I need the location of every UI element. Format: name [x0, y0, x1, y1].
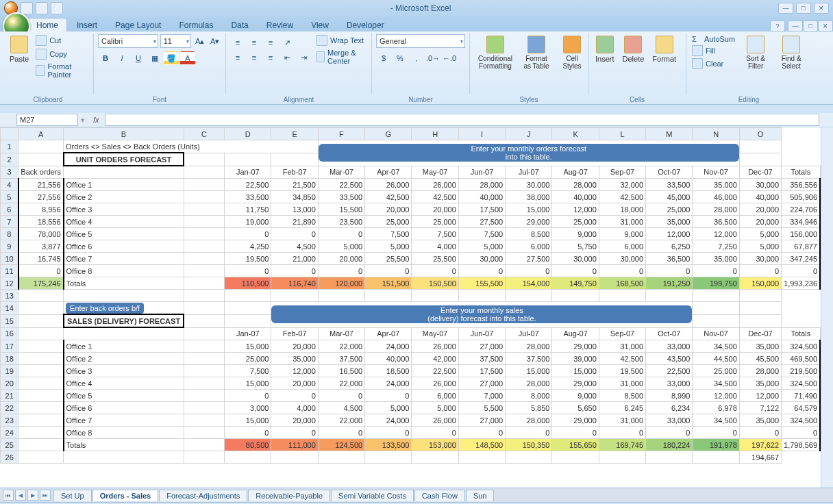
- tab-formulas[interactable]: Formulas: [171, 18, 221, 32]
- cell[interactable]: 35,000: [739, 340, 781, 353]
- cell[interactable]: 24,000: [365, 377, 412, 390]
- cell[interactable]: [184, 451, 224, 464]
- cell[interactable]: 0: [365, 265, 412, 277]
- cell[interactable]: [184, 179, 224, 191]
- cell[interactable]: 18,000: [599, 203, 645, 216]
- cell[interactable]: 0: [225, 265, 271, 277]
- cell[interactable]: 28,000: [693, 203, 739, 216]
- cell[interactable]: [184, 377, 224, 390]
- cell[interactable]: May-07: [412, 166, 458, 179]
- cell[interactable]: 20,000: [271, 340, 318, 353]
- tab-review[interactable]: Review: [258, 18, 301, 32]
- cell[interactable]: 149,750: [552, 277, 599, 290]
- cell[interactable]: 27,000: [458, 340, 505, 353]
- cell[interactable]: 8,956: [18, 203, 64, 216]
- cell[interactable]: 40,000: [739, 191, 781, 203]
- tab-view[interactable]: View: [303, 18, 337, 32]
- cell[interactable]: [506, 451, 552, 464]
- cell[interactable]: Office 1: [64, 179, 184, 191]
- cell[interactable]: Feb-07: [271, 166, 318, 179]
- col-header[interactable]: B: [64, 128, 184, 140]
- cell[interactable]: 4,000: [271, 402, 318, 414]
- cell[interactable]: 19,000: [225, 216, 271, 228]
- cell[interactable]: 5,750: [552, 240, 599, 253]
- border-button[interactable]: ▦: [147, 51, 162, 65]
- cell[interactable]: [552, 290, 599, 302]
- formula-bar[interactable]: [105, 114, 819, 126]
- cell[interactable]: 19,500: [225, 253, 271, 265]
- cell[interactable]: 34,500: [693, 340, 739, 353]
- cell[interactable]: 29,000: [552, 340, 599, 353]
- cell[interactable]: 28,000: [552, 179, 599, 191]
- row-header[interactable]: 25: [1, 439, 18, 451]
- cell[interactable]: 35,000: [739, 414, 781, 427]
- cell[interactable]: 17,500: [458, 203, 505, 216]
- cell[interactable]: 30,000: [599, 253, 645, 265]
- cell[interactable]: 0: [646, 265, 693, 277]
- font-name-combo[interactable]: Calibri: [98, 34, 158, 48]
- percent-button[interactable]: %: [393, 51, 408, 65]
- cell[interactable]: Office 1: [64, 340, 184, 353]
- increase-decimal-button[interactable]: .0→: [425, 51, 440, 65]
- find-select-button[interactable]: Find & Select: [775, 34, 808, 71]
- cell[interactable]: [18, 340, 64, 353]
- cell[interactable]: 22,000: [318, 340, 364, 353]
- cell[interactable]: 33,500: [318, 191, 364, 203]
- tab-data[interactable]: Data: [223, 18, 256, 32]
- cell[interactable]: 28,000: [739, 365, 781, 377]
- tab-page-layout[interactable]: Page Layout: [107, 18, 169, 32]
- cell[interactable]: Office 6: [64, 240, 184, 253]
- cell[interactable]: [184, 390, 224, 402]
- cell[interactable]: Aug-07: [552, 327, 599, 340]
- row-header[interactable]: 12: [1, 277, 18, 290]
- cell[interactable]: 1,993,236: [782, 277, 820, 290]
- cell[interactable]: 1,798,569: [782, 439, 820, 451]
- cell[interactable]: Office 5: [64, 390, 184, 402]
- fill-button[interactable]: Fill: [691, 45, 736, 57]
- cell[interactable]: 0: [506, 265, 552, 277]
- cell[interactable]: 5,500: [458, 402, 505, 414]
- cell[interactable]: 150,350: [506, 439, 552, 451]
- cell[interactable]: 111,000: [271, 439, 318, 451]
- cell[interactable]: 0: [693, 265, 739, 277]
- cell[interactable]: 28,000: [506, 414, 552, 427]
- row-header[interactable]: 21: [1, 390, 18, 402]
- tab-insert[interactable]: Insert: [69, 18, 105, 32]
- cell[interactable]: 15,000: [506, 365, 552, 377]
- cell[interactable]: 36,500: [693, 216, 739, 228]
- col-header[interactable]: F: [318, 128, 364, 140]
- align-left-button[interactable]: ≡: [230, 51, 245, 64]
- cell[interactable]: 15,500: [318, 203, 364, 216]
- row-header[interactable]: 24: [1, 427, 18, 439]
- tab-nav-first-icon[interactable]: ⏮: [3, 490, 14, 501]
- col-header[interactable]: N: [693, 128, 739, 140]
- cell[interactable]: Apr-07: [365, 327, 412, 340]
- currency-button[interactable]: $: [376, 51, 391, 65]
- delete-cells-button[interactable]: Delete: [620, 34, 647, 64]
- qat-redo-icon[interactable]: [51, 2, 63, 14]
- cell[interactable]: [18, 414, 64, 427]
- close-button[interactable]: ✕: [814, 3, 829, 14]
- cell[interactable]: [225, 451, 271, 464]
- cell[interactable]: Enter your monthly sales(delivery) forec…: [271, 302, 693, 328]
- cell[interactable]: 3,877: [18, 240, 64, 253]
- cell[interactable]: [318, 451, 364, 464]
- cell[interactable]: 155,500: [458, 277, 505, 290]
- cell[interactable]: 23,500: [318, 216, 364, 228]
- cell[interactable]: 31,000: [599, 414, 645, 427]
- cell[interactable]: 30,000: [458, 253, 505, 265]
- cell[interactable]: [184, 427, 224, 439]
- cell[interactable]: May-07: [412, 327, 458, 340]
- cell[interactable]: 26,000: [412, 179, 458, 191]
- cell-styles-button[interactable]: Cell Styles: [556, 34, 588, 71]
- cell[interactable]: [18, 314, 64, 327]
- cell[interactable]: [552, 451, 599, 464]
- cell[interactable]: 15,000: [552, 365, 599, 377]
- align-center-button[interactable]: ≡: [247, 51, 262, 64]
- cell[interactable]: 36,500: [646, 253, 693, 265]
- cell[interactable]: [646, 451, 693, 464]
- cell[interactable]: [184, 340, 224, 353]
- cell[interactable]: Orders <> Sales <> Back Orders (Units): [64, 140, 319, 153]
- number-format-combo[interactable]: General: [376, 34, 465, 48]
- cell[interactable]: 180,224: [646, 439, 693, 451]
